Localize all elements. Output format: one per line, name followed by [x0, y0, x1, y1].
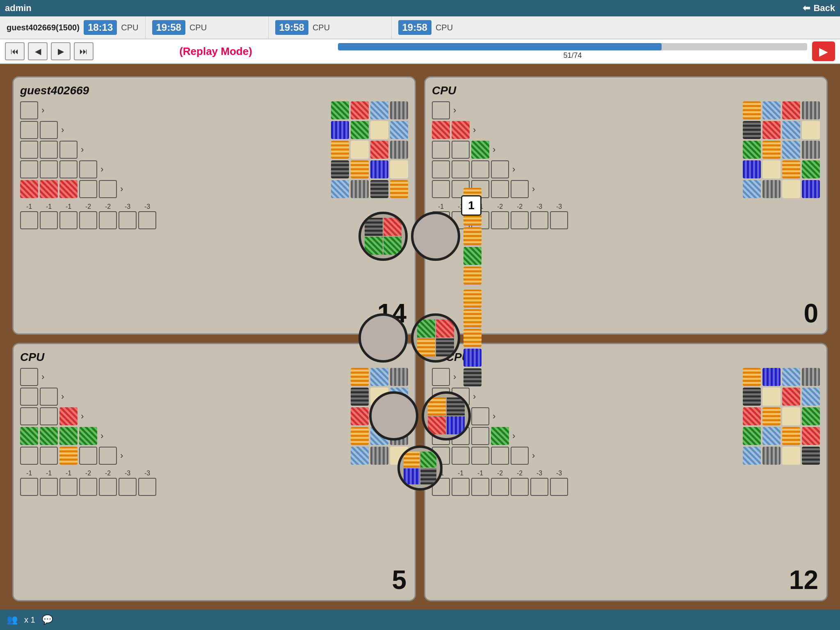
- circle-tile: [428, 397, 446, 415]
- pyramid-2: › › › ›: [20, 368, 347, 593]
- player-time-0: 18:13: [84, 20, 117, 35]
- wall-tile: [782, 447, 800, 465]
- cell: [59, 160, 78, 178]
- wall-tile: [762, 407, 781, 425]
- skip-end-button[interactable]: ⏭: [74, 42, 94, 60]
- cell: [511, 180, 529, 198]
- cell: [511, 447, 529, 465]
- wall-tile: [802, 407, 820, 425]
- chat-icon[interactable]: 💬: [42, 614, 53, 625]
- wall-tile: [762, 121, 781, 139]
- center-tile: [463, 368, 482, 386]
- board-content-3: › › › ›: [432, 368, 820, 593]
- score-cell: [99, 211, 117, 229]
- filled-tile: [59, 407, 78, 425]
- pyramid-0: › › ›: [20, 101, 327, 327]
- factory-circle-2[interactable]: [411, 212, 460, 261]
- filled-tile: [59, 447, 78, 465]
- score-label: -3: [138, 203, 156, 210]
- factory-circle-3[interactable]: [358, 313, 408, 363]
- play-button[interactable]: ▶: [812, 41, 835, 61]
- wall-tile: [743, 427, 761, 445]
- center-tile: [463, 309, 482, 327]
- wall-tile: [331, 141, 349, 159]
- bottom-bar: 👥 x 1 💬: [0, 609, 840, 630]
- player-cpu-2: CPU: [313, 23, 330, 32]
- player-bar: guest402669(1500) 18:13 CPU 19:58 CPU 19…: [0, 16, 840, 39]
- score-label: -3: [119, 203, 137, 210]
- score-cell: [119, 211, 137, 229]
- back-button[interactable]: ⬅ Back: [803, 3, 835, 14]
- prev-button[interactable]: ◀: [28, 42, 48, 60]
- pyramid-row-0-1: ›: [20, 101, 327, 119]
- wall-tile: [743, 141, 761, 159]
- board-title-2: CPU: [20, 351, 408, 364]
- wall-tile: [782, 427, 800, 445]
- center-column: 1: [358, 76, 482, 597]
- board-1: CPU › › ›: [424, 76, 828, 335]
- cell: [79, 447, 97, 465]
- factory-circle-4[interactable]: [411, 313, 460, 363]
- replay-title: (Replay Mode): [98, 45, 333, 58]
- player-time-3: 19:58: [398, 20, 431, 35]
- wall-tile: [782, 180, 800, 198]
- cell: [20, 447, 38, 465]
- board-3: CPU › › ›: [424, 343, 828, 601]
- players-icon: 👥: [7, 614, 18, 625]
- score-label: -1: [40, 203, 58, 210]
- wall-tile: [802, 160, 820, 178]
- wall-tile: [802, 101, 820, 119]
- replay-bar: ⏮ ◀ ▶ ⏭ (Replay Mode) 51/74 ▶: [0, 39, 840, 64]
- wall-tile: [743, 101, 761, 119]
- pyramid-row-0-2: ›: [20, 121, 327, 139]
- player-time-2: 19:58: [275, 20, 308, 35]
- center-tile: [463, 227, 482, 245]
- cell: [40, 407, 58, 425]
- circle-tile: [404, 452, 420, 468]
- board-content-2: › › › ›: [20, 368, 408, 593]
- wall-tile: [743, 160, 761, 178]
- wall-tile: [782, 160, 800, 178]
- back-arrow-icon: ⬅: [803, 3, 810, 14]
- progress-label: 51/74: [338, 51, 807, 60]
- center-tile: [463, 329, 482, 347]
- player-cpu-1: CPU: [189, 23, 207, 32]
- progress-bar[interactable]: [338, 43, 807, 50]
- score-cell: [59, 211, 78, 229]
- tile-wall-1: [743, 101, 820, 327]
- circle-tile: [447, 397, 465, 415]
- wall-tile: [802, 121, 820, 139]
- wall-tile: [802, 388, 820, 406]
- wall-tile: [743, 388, 761, 406]
- player-cpu-0: CPU: [121, 23, 138, 32]
- wall-tile: [782, 121, 800, 139]
- factory-circle-7[interactable]: [397, 445, 443, 491]
- wall-tile: [782, 368, 800, 386]
- cell: [79, 160, 97, 178]
- cell: [40, 121, 58, 139]
- score-cell: [20, 211, 38, 229]
- board-2: CPU › › ›: [12, 343, 416, 601]
- player-slot-0: guest402669(1500) 18:13 CPU: [0, 16, 146, 39]
- wall-tile: [782, 388, 800, 406]
- center-tile: [463, 349, 482, 367]
- wall-tile: [802, 368, 820, 386]
- filled-tile: [20, 427, 38, 445]
- player-cpu-3: CPU: [436, 23, 453, 32]
- next-button[interactable]: ▶: [51, 42, 71, 60]
- factory-circle-5[interactable]: [369, 391, 418, 441]
- board-title-3: CPU: [432, 351, 820, 364]
- filled-tile: [59, 427, 78, 445]
- score-label: -1: [20, 203, 38, 210]
- factory-circle-1[interactable]: [358, 212, 408, 261]
- wall-tile: [782, 407, 800, 425]
- wall-tile: [331, 101, 349, 119]
- pyramid-row-0-4: ›: [20, 160, 327, 178]
- score-label: -1: [59, 203, 78, 210]
- factory-circle-6[interactable]: [422, 391, 471, 441]
- replay-progress-container[interactable]: 51/74: [338, 43, 807, 60]
- cell: [20, 407, 38, 425]
- skip-start-button[interactable]: ⏮: [5, 42, 25, 60]
- score-cell: [40, 211, 58, 229]
- cell: [79, 180, 97, 198]
